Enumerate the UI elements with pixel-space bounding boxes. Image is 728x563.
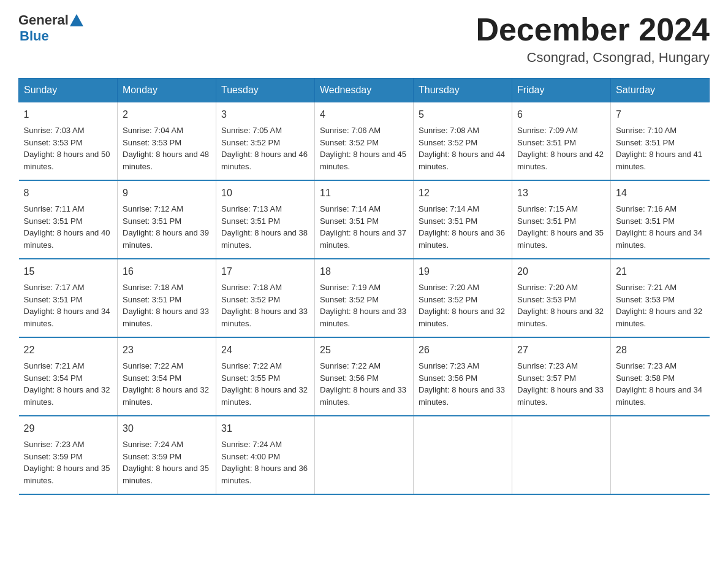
calendar-cell: 30Sunrise: 7:24 AMSunset: 3:59 PMDayligh… <box>118 416 216 494</box>
day-number: 23 <box>123 343 211 358</box>
header-thursday: Thursday <box>414 79 512 102</box>
calendar-cell: 16Sunrise: 7:18 AMSunset: 3:51 PMDayligh… <box>118 259 216 337</box>
logo-triangle-icon <box>70 14 83 26</box>
day-number: 15 <box>24 264 113 279</box>
calendar-cell: 10Sunrise: 7:13 AMSunset: 3:51 PMDayligh… <box>216 180 315 259</box>
logo-blue-text: Blue <box>20 28 49 44</box>
calendar-cell: 31Sunrise: 7:24 AMSunset: 4:00 PMDayligh… <box>216 416 315 494</box>
calendar-cell: 18Sunrise: 7:19 AMSunset: 3:52 PMDayligh… <box>315 259 414 337</box>
day-number: 17 <box>221 264 309 279</box>
day-number: 24 <box>221 343 309 358</box>
calendar-cell: 5Sunrise: 7:08 AMSunset: 3:52 PMDaylight… <box>414 102 512 181</box>
calendar-cell: 15Sunrise: 7:17 AMSunset: 3:51 PMDayligh… <box>19 259 118 337</box>
calendar-cell: 6Sunrise: 7:09 AMSunset: 3:51 PMDaylight… <box>512 102 611 181</box>
calendar-cell: 17Sunrise: 7:18 AMSunset: 3:52 PMDayligh… <box>216 259 315 337</box>
day-number: 26 <box>419 343 507 358</box>
calendar-cell: 25Sunrise: 7:22 AMSunset: 3:56 PMDayligh… <box>315 337 414 416</box>
calendar-table: SundayMondayTuesdayWednesdayThursdayFrid… <box>18 78 710 495</box>
header-friday: Friday <box>512 79 611 102</box>
day-number: 13 <box>517 186 605 201</box>
calendar-cell: 11Sunrise: 7:14 AMSunset: 3:51 PMDayligh… <box>315 180 414 259</box>
calendar-cell: 8Sunrise: 7:11 AMSunset: 3:51 PMDaylight… <box>19 180 118 259</box>
calendar-cell: 14Sunrise: 7:16 AMSunset: 3:51 PMDayligh… <box>611 180 710 259</box>
calendar-cell: 4Sunrise: 7:06 AMSunset: 3:52 PMDaylight… <box>315 102 414 181</box>
header-tuesday: Tuesday <box>216 79 315 102</box>
svg-marker-0 <box>70 14 83 26</box>
calendar-cell: 9Sunrise: 7:12 AMSunset: 3:51 PMDaylight… <box>118 180 216 259</box>
day-number: 6 <box>517 107 605 122</box>
logo: General Blue <box>18 12 83 44</box>
calendar-cell: 7Sunrise: 7:10 AMSunset: 3:51 PMDaylight… <box>611 102 710 181</box>
calendar-cell: 27Sunrise: 7:23 AMSunset: 3:57 PMDayligh… <box>512 337 611 416</box>
week-row-4: 22Sunrise: 7:21 AMSunset: 3:54 PMDayligh… <box>19 337 710 416</box>
calendar-cell: 13Sunrise: 7:15 AMSunset: 3:51 PMDayligh… <box>512 180 611 259</box>
day-number: 9 <box>123 186 211 201</box>
day-number: 19 <box>419 264 507 279</box>
calendar-cell: 26Sunrise: 7:23 AMSunset: 3:56 PMDayligh… <box>414 337 512 416</box>
calendar-cell: 3Sunrise: 7:05 AMSunset: 3:52 PMDaylight… <box>216 102 315 181</box>
calendar-cell: 12Sunrise: 7:14 AMSunset: 3:51 PMDayligh… <box>414 180 512 259</box>
day-number: 30 <box>123 421 211 436</box>
title-block: December 2024 Csongrad, Csongrad, Hungar… <box>476 12 710 66</box>
header-wednesday: Wednesday <box>315 79 414 102</box>
logo-general-text: General <box>18 12 69 28</box>
day-number: 25 <box>320 343 408 358</box>
calendar-cell <box>611 416 710 494</box>
calendar-cell: 22Sunrise: 7:21 AMSunset: 3:54 PMDayligh… <box>19 337 118 416</box>
page-header: General Blue December 2024 Csongrad, Cso… <box>18 12 710 66</box>
header-saturday: Saturday <box>611 79 710 102</box>
calendar-cell <box>512 416 611 494</box>
day-number: 1 <box>24 107 113 122</box>
calendar-cell: 21Sunrise: 7:21 AMSunset: 3:53 PMDayligh… <box>611 259 710 337</box>
day-number: 4 <box>320 107 408 122</box>
day-number: 31 <box>221 421 309 436</box>
day-number: 27 <box>517 343 605 358</box>
day-number: 2 <box>123 107 211 122</box>
day-number: 3 <box>221 107 309 122</box>
calendar-cell: 2Sunrise: 7:04 AMSunset: 3:53 PMDaylight… <box>118 102 216 181</box>
week-row-1: 1Sunrise: 7:03 AMSunset: 3:53 PMDaylight… <box>19 102 710 181</box>
day-number: 7 <box>616 107 705 122</box>
day-number: 5 <box>419 107 507 122</box>
week-row-5: 29Sunrise: 7:23 AMSunset: 3:59 PMDayligh… <box>19 416 710 494</box>
day-number: 14 <box>616 186 705 201</box>
calendar-cell <box>414 416 512 494</box>
month-title: December 2024 <box>476 12 710 47</box>
calendar-cell: 28Sunrise: 7:23 AMSunset: 3:58 PMDayligh… <box>611 337 710 416</box>
day-number: 21 <box>616 264 705 279</box>
location-title: Csongrad, Csongrad, Hungary <box>476 50 710 66</box>
day-number: 16 <box>123 264 211 279</box>
calendar-cell: 23Sunrise: 7:22 AMSunset: 3:54 PMDayligh… <box>118 337 216 416</box>
calendar-cell <box>315 416 414 494</box>
day-number: 12 <box>419 186 507 201</box>
day-number: 28 <box>616 343 705 358</box>
week-row-2: 8Sunrise: 7:11 AMSunset: 3:51 PMDaylight… <box>19 180 710 259</box>
day-number: 10 <box>221 186 309 201</box>
calendar-header-row: SundayMondayTuesdayWednesdayThursdayFrid… <box>19 79 710 102</box>
day-number: 29 <box>24 421 113 436</box>
day-number: 22 <box>24 343 113 358</box>
day-number: 8 <box>24 186 113 201</box>
header-sunday: Sunday <box>19 79 118 102</box>
day-number: 11 <box>320 186 408 201</box>
calendar-cell: 19Sunrise: 7:20 AMSunset: 3:52 PMDayligh… <box>414 259 512 337</box>
calendar-cell: 29Sunrise: 7:23 AMSunset: 3:59 PMDayligh… <box>19 416 118 494</box>
day-number: 18 <box>320 264 408 279</box>
week-row-3: 15Sunrise: 7:17 AMSunset: 3:51 PMDayligh… <box>19 259 710 337</box>
calendar-cell: 20Sunrise: 7:20 AMSunset: 3:53 PMDayligh… <box>512 259 611 337</box>
header-monday: Monday <box>118 79 216 102</box>
day-number: 20 <box>517 264 605 279</box>
calendar-cell: 1Sunrise: 7:03 AMSunset: 3:53 PMDaylight… <box>19 102 118 181</box>
calendar-cell: 24Sunrise: 7:22 AMSunset: 3:55 PMDayligh… <box>216 337 315 416</box>
